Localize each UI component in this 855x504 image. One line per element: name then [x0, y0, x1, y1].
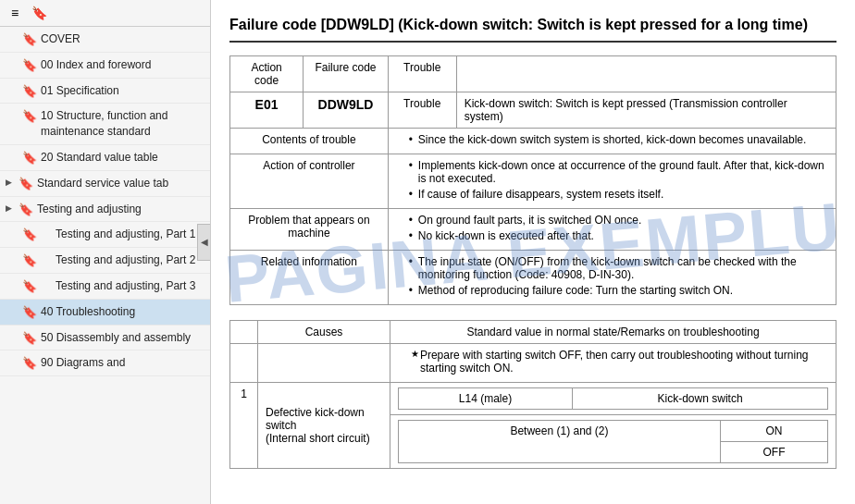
sidebar-label-service: Standard service value tab [37, 176, 203, 191]
row-content-item-0: Since the kick-down switch system is sho… [409, 133, 828, 146]
causes-num-header [230, 321, 258, 344]
sidebar-item-testing2[interactable]: 🔖Testing and adjusting, Part 1 [0, 222, 210, 248]
causes-num-empty [230, 344, 258, 383]
sidebar-item-standard[interactable]: 🔖20 Standard value table [0, 145, 210, 171]
sidebar-label-testing2: Testing and adjusting, Part 1 [41, 227, 203, 242]
col-header-trouble: Trouble [388, 56, 456, 92]
sidebar-item-cover[interactable]: 🔖COVER [0, 27, 210, 53]
expand-arrow-service: ▶ [6, 178, 15, 187]
row-content2-item-3: Method of reproducing failure code: Turn… [409, 284, 828, 297]
bookmark-icon-testing1: 🔖 [19, 203, 33, 216]
causes-empty [258, 344, 390, 383]
row-content-0: Since the kick-down switch system is sho… [388, 129, 836, 154]
info-row-2: Problem that appears on machineOn ground… [230, 209, 836, 251]
main-content: PAGINA EXEMPLU Failure code [DDW9LD] (Ki… [211, 0, 855, 504]
info-row-1: Action of controllerImplements kick-down… [230, 154, 836, 209]
expand-arrow-testing1: ▶ [6, 203, 15, 213]
action-code-value: E01 [230, 92, 304, 129]
info-row-0: Contents of troubleSince the kick-down s… [230, 129, 836, 154]
causes-header: Causes [258, 321, 390, 344]
row-content-2: On ground fault parts, it is switched ON… [388, 209, 836, 251]
sidebar-item-testing3[interactable]: 🔖Testing and adjusting, Part 2 [0, 248, 210, 274]
sidebar-item-index[interactable]: 🔖00 Index and foreword [0, 53, 210, 79]
row-content1-item-3: The input state (ON/OFF) from the kick-d… [409, 255, 828, 281]
bookmark-icon-testing2: 🔖 [22, 227, 37, 241]
sidebar-item-disassembly[interactable]: 🔖50 Disassembly and assembly [0, 326, 210, 351]
causes-sub-header: L14 (male) Kick-down switch [390, 383, 836, 415]
trouble-label: Trouble [388, 92, 456, 129]
sub-label-male: L14 (male) [398, 388, 572, 410]
sidebar-label-disassembly: 50 Disassembly and assembly [41, 330, 203, 346]
sub-between-label: Between (1) and (2) [398, 421, 720, 463]
row-content-1: Implements kick-down once at occurrence … [388, 154, 836, 209]
bookmark-icon-index: 🔖 [22, 58, 37, 72]
bookmark-icon-diagrams: 🔖 [22, 356, 37, 370]
sub-off-value: OFF [721, 442, 828, 463]
sidebar-item-structure[interactable]: 🔖10 Structure, function and maintenance … [0, 104, 210, 145]
sidebar: ≡ 🔖 🔖COVER🔖00 Index and foreword🔖01 Spec… [0, 0, 211, 504]
sidebar-label-structure: 10 Structure, function and maintenance s… [41, 108, 203, 140]
causes-row-1: 1 Defective kick-down switch(Internal sh… [230, 383, 836, 415]
bookmark-icon-testing3: 🔖 [22, 253, 37, 267]
bookmark-icon-troubleshooting: 🔖 [22, 305, 37, 319]
sidebar-label-cover: COVER [41, 31, 203, 47]
bookmark-icon-cover: 🔖 [22, 32, 37, 46]
bookmark-icon-testing4: 🔖 [22, 279, 37, 293]
bookmark-icon-standard: 🔖 [22, 151, 37, 165]
causes-row-num: 1 [230, 383, 258, 469]
bookmark-icon-structure: 🔖 [22, 109, 37, 123]
sub-on-value: ON [721, 421, 828, 442]
sidebar-label-testing1: Testing and adjusting [37, 202, 203, 217]
failure-code-value: DDW9LD [304, 92, 389, 129]
bookmark-icon-service: 🔖 [19, 177, 33, 191]
menu-icon[interactable]: ≡ [6, 4, 24, 22]
sidebar-label-testing4: Testing and adjusting, Part 3 [41, 278, 203, 294]
collapse-handle[interactable]: ◀ [197, 224, 210, 261]
row-content1-item-1: Implements kick-down once at occurrence … [409, 159, 828, 185]
sidebar-label-spec: 01 Specification [41, 83, 203, 99]
main-info-table: Action code Failure code Trouble E01 DDW… [229, 55, 836, 305]
sidebar-label-troubleshooting: 40 Troubleshooting [41, 304, 203, 320]
sub-col-kickdown: Kick-down switch [573, 388, 828, 410]
sidebar-item-spec[interactable]: 🔖01 Specification [0, 79, 210, 104]
sidebar-label-testing3: Testing and adjusting, Part 2 [41, 252, 203, 268]
bookmark-toolbar-icon[interactable]: 🔖 [30, 4, 48, 22]
causes-between-row: Between (1) and (2) ON OFF [390, 415, 836, 469]
sidebar-label-diagrams: 90 Diagrams and [41, 355, 203, 371]
page-title: Failure code [DDW9LD] (Kick-down switch:… [229, 15, 836, 43]
row-content2-item-1: If cause of failure disappears, system r… [409, 188, 828, 201]
causes-prepare-row: Prepare with starting switch OFF, then c… [230, 344, 836, 383]
sidebar-label-index: 00 Index and foreword [41, 57, 203, 73]
col-header-trouble-desc [456, 56, 836, 92]
causes-cause: Defective kick-down switch(Internal shor… [258, 383, 390, 469]
row-label-1: Action of controller [230, 154, 389, 209]
sidebar-item-troubleshooting[interactable]: 🔖40 Troubleshooting [0, 300, 210, 326]
sidebar-item-service[interactable]: ▶🔖Standard service value tab [0, 171, 210, 197]
row-content2-item-2: No kick-down is executed after that. [409, 229, 828, 242]
row-label-0: Contents of trouble [230, 129, 389, 154]
causes-prepare-note: Prepare with starting switch OFF, then c… [390, 344, 836, 383]
col-header-action-code: Action code [230, 56, 304, 92]
bookmark-icon-disassembly: 🔖 [22, 331, 37, 345]
info-row-3: Related informationThe input state (ON/O… [230, 251, 836, 305]
row-label-2: Problem that appears on machine [230, 209, 389, 251]
standard-header: Standard value in normal state/Remarks o… [390, 321, 836, 344]
col-header-failure-code: Failure code [304, 56, 389, 92]
bookmark-icon-spec: 🔖 [22, 84, 37, 98]
trouble-description: Kick-down switch: Switch is kept pressed… [456, 92, 836, 129]
sidebar-toolbar: ≡ 🔖 [0, 0, 210, 27]
sidebar-label-standard: 20 Standard value table [41, 150, 203, 166]
row-content-3: The input state (ON/OFF) from the kick-d… [388, 251, 836, 305]
causes-table: Causes Standard value in normal state/Re… [229, 320, 836, 469]
sidebar-item-diagrams[interactable]: 🔖90 Diagrams and [0, 350, 210, 376]
sidebar-item-testing4[interactable]: 🔖Testing and adjusting, Part 3 [0, 274, 210, 300]
sidebar-item-testing1[interactable]: ▶🔖Testing and adjusting [0, 197, 210, 223]
row-label-3: Related information [230, 251, 389, 305]
sidebar-items-container: 🔖COVER🔖00 Index and foreword🔖01 Specific… [0, 27, 210, 376]
row-content1-item-2: On ground fault parts, it is switched ON… [409, 214, 828, 227]
